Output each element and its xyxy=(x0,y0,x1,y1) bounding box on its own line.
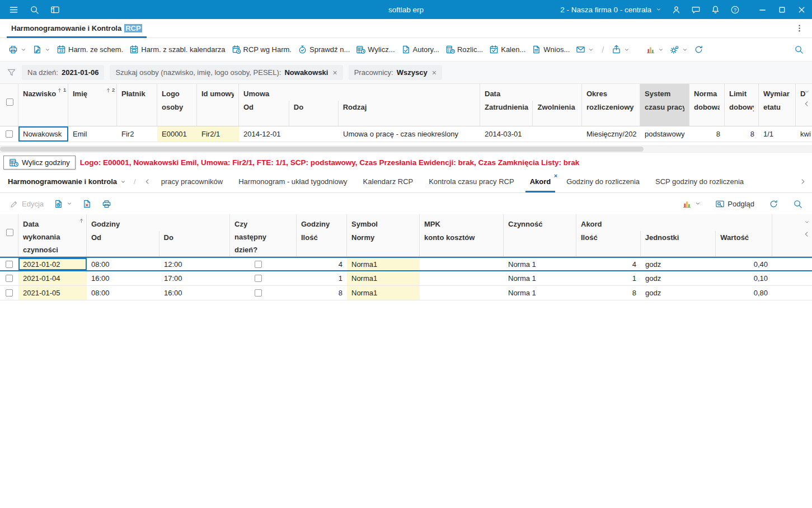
cell-ilosc_godzin[interactable]: 8 xyxy=(297,286,347,300)
cell-od[interactable]: 08:00 xyxy=(87,286,159,300)
cell-mpk[interactable] xyxy=(420,258,504,270)
cell-data_wykonania[interactable]: 2021-01-02 xyxy=(18,258,87,270)
column-header-wartosc[interactable]: Wartość xyxy=(716,231,772,256)
kalendarz-button[interactable]: Kalen... xyxy=(486,43,528,57)
cell-jednostki[interactable]: godz xyxy=(641,286,716,300)
preview-button[interactable]: Podgląd xyxy=(711,197,758,211)
cell-ilosc_godzin[interactable]: 1 xyxy=(297,271,347,285)
cell-wartosc[interactable]: 0,10 xyxy=(716,271,772,285)
rozlicz-button[interactable]: Rozlic... xyxy=(443,43,486,57)
cell-akord_ilosc[interactable]: 4 xyxy=(576,258,641,270)
select-all-checkbox[interactable] xyxy=(6,98,13,106)
settings-button[interactable] xyxy=(667,43,691,57)
grid2-row-2[interactable]: 2021-01-0508:0016:008Norma1Norma 18godz0… xyxy=(0,286,812,300)
cell-umowa_rodzaj[interactable]: Umowa o pracę - czas nieokreślony xyxy=(339,126,480,142)
cell-symbol_normy[interactable]: Norma1 xyxy=(347,258,420,270)
cell-czynnosc[interactable]: Norma 1 xyxy=(504,271,576,285)
cell-ilosc_godzin[interactable]: 4 xyxy=(297,258,347,270)
help-icon[interactable]: ? xyxy=(730,5,740,15)
cell-jednostki[interactable]: godz xyxy=(641,271,716,285)
filter-chip-1[interactable]: Szukaj osoby (nazwisko, imię, logo osoby… xyxy=(110,65,342,80)
cell-od[interactable]: 16:00 xyxy=(87,271,159,285)
column-header-zatrudnienia[interactable]: Zatrudnienia xyxy=(480,101,533,126)
cell-zwolnienia[interactable] xyxy=(533,126,582,142)
module-selector[interactable]: Harmonogramowanie i kontrola xyxy=(6,171,128,192)
czy_nastepny-checkbox[interactable] xyxy=(255,289,262,297)
row-checkbox[interactable] xyxy=(6,275,13,282)
cell-filler[interactable] xyxy=(772,271,812,285)
cell-symbol_normy[interactable]: Norma1 xyxy=(347,271,420,285)
cell-zatrudnienia[interactable]: 2014-03-01 xyxy=(480,126,533,142)
row-checkbox[interactable] xyxy=(6,261,13,268)
cell-jednostki[interactable]: godz xyxy=(641,258,716,270)
column-header-wymiar[interactable]: Wymiaretatu xyxy=(759,84,796,126)
cell-wymiar[interactable]: 1/1 xyxy=(759,126,796,142)
column-header-logo_osoby[interactable]: Logoosoby xyxy=(157,84,197,126)
chart-button[interactable] xyxy=(643,43,667,57)
print-button[interactable] xyxy=(6,43,29,57)
wnioski-button[interactable]: Wnios... xyxy=(529,43,572,57)
view-tab-5[interactable]: Godziny do rozliczenia xyxy=(558,171,647,192)
more-options-icon[interactable] xyxy=(787,19,812,37)
scroll-left-icon[interactable] xyxy=(803,231,810,239)
cell-mpk[interactable] xyxy=(420,271,504,285)
harm-z-szabl-kalendarza-button[interactable]: Harm. z szabl. kalendarza xyxy=(126,43,228,57)
cell-akord_ilosc[interactable]: 1 xyxy=(576,271,641,285)
czy_nastepny-checkbox[interactable] xyxy=(255,275,262,282)
row-checkbox[interactable] xyxy=(6,289,13,297)
refresh-button[interactable] xyxy=(765,197,782,211)
view-tab-2[interactable]: Kalendarz RCP xyxy=(355,171,421,192)
cell-data_wykonania[interactable]: 2021-01-04 xyxy=(18,271,87,285)
grid2-row-1[interactable]: 2021-01-0416:0017:001Norma1Norma 11godz0… xyxy=(0,271,812,286)
notifications-icon[interactable] xyxy=(711,5,720,15)
column-header-akord_ilosc[interactable]: Ilość xyxy=(576,231,641,256)
row-checkbox[interactable] xyxy=(6,130,13,138)
sprawdz-button[interactable]: Sprawdź n... xyxy=(295,43,353,57)
minimize-icon[interactable] xyxy=(758,5,767,15)
column-menu-icon[interactable] xyxy=(804,218,810,227)
cell-do[interactable]: 17:00 xyxy=(159,271,230,285)
filter-chip-0[interactable]: Na dzień:2021-01-06 xyxy=(22,65,104,80)
cell-do[interactable]: 12:00 xyxy=(159,258,230,270)
select-all-checkbox[interactable] xyxy=(6,229,13,236)
column-menu-icon[interactable] xyxy=(804,88,810,96)
cell-umowa_od[interactable]: 2014-12-01 xyxy=(239,126,289,142)
column-header-nazwisko[interactable]: Nazwisko1 xyxy=(18,84,68,126)
cell-czynnosc[interactable]: Norma 1 xyxy=(504,286,576,300)
cell-akord_ilosc[interactable]: 8 xyxy=(576,286,641,300)
send-button[interactable] xyxy=(573,43,597,57)
export-button[interactable] xyxy=(30,43,53,57)
company-selector[interactable]: 2 - Nasza firma 0 - centrala xyxy=(560,6,661,14)
column-header-do[interactable]: Do xyxy=(159,231,230,256)
column-header-limit[interactable]: Limitdobowy xyxy=(725,84,759,126)
cell-symbol_normy[interactable]: Norma1 xyxy=(347,286,420,300)
cell-wartosc[interactable]: 0,40 xyxy=(716,258,772,270)
cell-limit[interactable]: 8 xyxy=(725,126,759,142)
share-button[interactable] xyxy=(609,43,632,57)
cell-od[interactable]: 08:00 xyxy=(87,258,159,270)
column-header-platnik[interactable]: Płatnik xyxy=(117,84,157,126)
filter-chip-2[interactable]: Pracownicy:Wszyscy× xyxy=(349,65,442,80)
delete-button[interactable] xyxy=(78,197,96,211)
wylicz-button[interactable]: Wylicz... xyxy=(353,43,397,57)
search-button[interactable] xyxy=(791,43,806,57)
tabs-scroll-right-icon[interactable] xyxy=(799,171,806,192)
cell-id_umowy[interactable]: Fir2/1 xyxy=(197,126,239,142)
rcp-wg-harm-button[interactable]: RCP wg Harm. xyxy=(229,43,294,57)
remove-filter-icon[interactable]: × xyxy=(332,68,337,77)
column-header-umowa_od[interactable]: Od xyxy=(239,101,289,126)
view-tab-0[interactable]: pracy pracowników xyxy=(153,171,231,192)
column-header-scp[interactable]: Systemczasu pracy xyxy=(640,84,689,126)
close-icon[interactable] xyxy=(797,5,806,15)
maximize-icon[interactable] xyxy=(777,5,787,15)
tabs-scroll-left-icon[interactable] xyxy=(142,171,153,192)
scroll-left-icon[interactable] xyxy=(803,100,810,109)
cell-filler[interactable] xyxy=(772,258,812,270)
cell-scp[interactable]: podstawowy xyxy=(640,126,689,142)
view-tab-4[interactable]: Akord× xyxy=(522,171,559,192)
column-header-imie[interactable]: Imię2 xyxy=(68,84,117,126)
edit-button[interactable]: Edycja xyxy=(6,197,48,211)
column-header-jednostki[interactable]: Jednostki xyxy=(641,231,716,256)
column-header-czynnosc[interactable]: Czynność xyxy=(504,214,576,256)
horizontal-scrollbar[interactable] xyxy=(0,145,812,153)
